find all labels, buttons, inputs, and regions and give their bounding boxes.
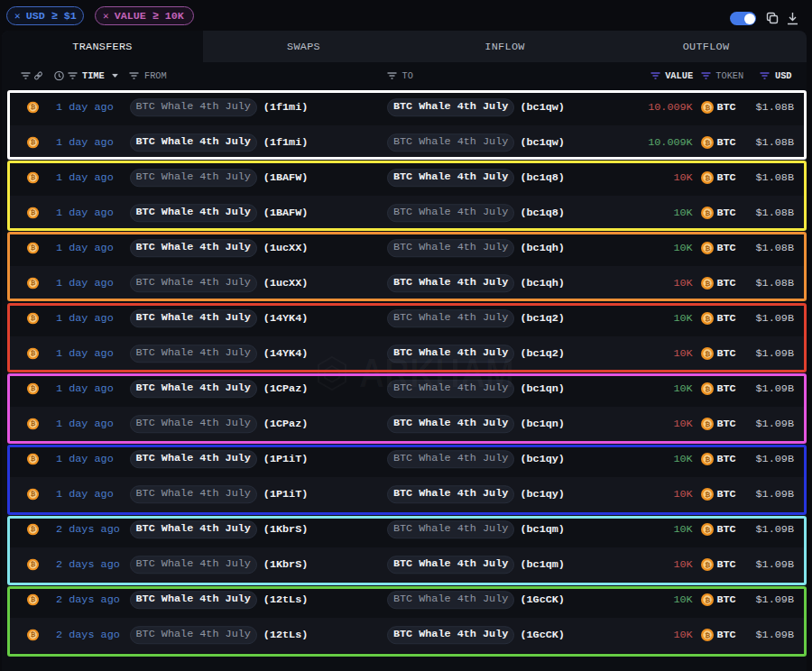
svg-text:₿: ₿ [31,244,36,251]
svg-text:₿: ₿ [705,350,710,358]
svg-text:₿: ₿ [31,455,36,462]
svg-text:₿: ₿ [705,455,710,464]
svg-text:₿: ₿ [705,315,710,323]
svg-text:₿: ₿ [31,385,36,391]
svg-text:₿: ₿ [31,280,36,286]
svg-text:₿: ₿ [705,526,710,534]
svg-text:₿: ₿ [705,104,710,112]
svg-text:₿: ₿ [31,526,36,532]
svg-text:₿: ₿ [31,104,36,110]
svg-text:₿: ₿ [31,174,36,180]
svg-text:₿: ₿ [31,420,36,427]
svg-text:₿: ₿ [31,561,36,567]
svg-text:₿: ₿ [31,631,36,638]
svg-text:₿: ₿ [31,491,36,497]
svg-text:₿: ₿ [705,139,710,147]
svg-text:₿: ₿ [31,209,36,216]
svg-text:₿: ₿ [705,596,710,604]
svg-text:₿: ₿ [705,631,710,639]
svg-text:₿: ₿ [705,209,710,217]
svg-text:₿: ₿ [705,244,710,253]
svg-text:₿: ₿ [705,385,710,393]
svg-text:₿: ₿ [705,420,710,428]
svg-text:₿: ₿ [31,596,36,602]
svg-text:₿: ₿ [705,280,710,288]
svg-text:₿: ₿ [31,139,36,145]
svg-text:₿: ₿ [705,174,710,182]
svg-text:₿: ₿ [705,491,710,499]
svg-text:₿: ₿ [705,561,710,569]
svg-text:₿: ₿ [31,315,36,321]
svg-text:₿: ₿ [31,350,36,356]
